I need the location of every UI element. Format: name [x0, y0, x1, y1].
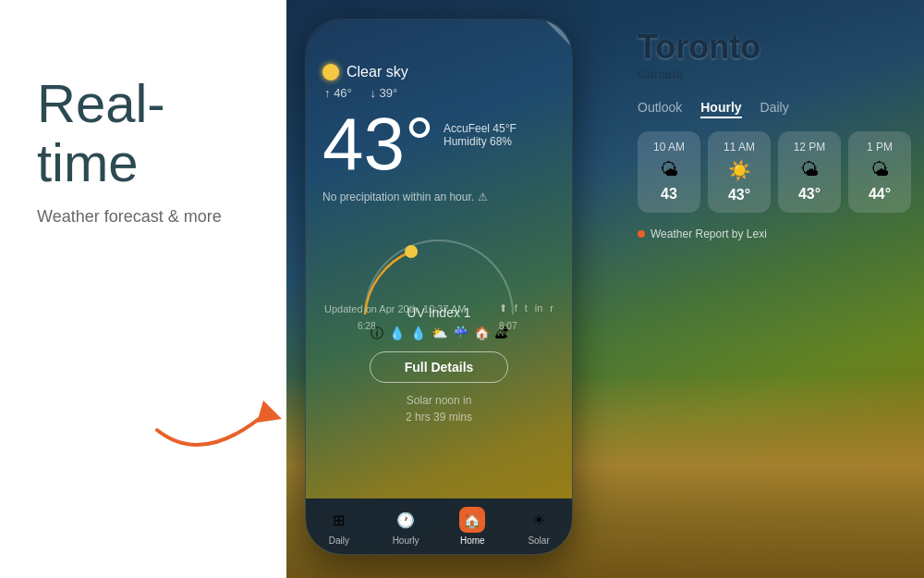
subheadline: Weather forecast & more [37, 207, 259, 227]
social-icons: ⬆ f t in r [499, 302, 553, 314]
sun-arc: 6:28 8:07 [346, 222, 531, 314]
low-temp: ↓ 39° [370, 86, 405, 100]
left-panel: Real-time Weather forecast & more [0, 0, 286, 578]
report-text: Weather Report by Lexi [650, 228, 767, 240]
home-tab-icon: 🏠 [459, 507, 485, 533]
tab-daily-outlook[interactable]: Daily [760, 100, 789, 118]
report-dot [638, 230, 645, 238]
hourly-card-3[interactable]: 1 PM 🌤 44° [848, 131, 911, 213]
sun-arc-svg: 6:28 8:07 [346, 222, 531, 333]
home-tab-label: Home [460, 535, 485, 546]
accufeel: AccuFeel 45°F [444, 122, 517, 135]
high-temp: ↑ 46° [324, 86, 359, 100]
tab-home[interactable]: 🏠 Home [459, 507, 485, 546]
phone-content: Clear sky ↑ 46° ↓ 39° 43° AccuFeel 45°F … [306, 19, 572, 370]
arrow-container [148, 356, 296, 467]
hourly-tab-icon: 🕐 [393, 507, 419, 533]
temp-container: 43° AccuFeel 45°F Humidity 68% [322, 104, 555, 183]
svg-marker-0 [257, 400, 282, 423]
linkedin-icon[interactable]: in [535, 302, 543, 314]
tab-solar[interactable]: ☀ Solar [526, 507, 552, 546]
city-name: Toronto [638, 28, 906, 67]
solar-noon: Solar noon in 2 hrs 39 mins [322, 392, 555, 425]
country-name: Canada [638, 67, 906, 81]
daily-tab-label: Daily [329, 535, 349, 546]
updated-row: Updated on Apr 20th, 10:37 AM ⬆ f t in r [324, 302, 553, 314]
hourly-cards: 10 AM 🌤 43 11 AM ☀️ 43° 12 PM 🌤 43° 1 PM… [638, 131, 906, 213]
tab-bar: ⊞ Daily 🕐 Hourly 🏠 Home ☀ Solar [306, 498, 572, 554]
temp-range: ↑ 46° ↓ 39° [322, 86, 555, 100]
hourly-icon-0: 🌤 [649, 159, 689, 180]
hourly-icon-3: 🌤 [859, 159, 900, 180]
condition-text: Clear sky [346, 64, 408, 80]
tab-hourly-outlook[interactable]: Hourly [700, 100, 741, 118]
sun-icon [322, 64, 339, 80]
hourly-icon-1: ☀️ [719, 159, 760, 181]
feels-humidity: AccuFeel 45°F Humidity 68% [444, 122, 517, 148]
uv-section: 6:28 8:07 UV Index 1 ⓘ 💧 💧 ⛅ ☔ 🏠 🏕 [322, 222, 555, 370]
full-details-button[interactable]: Full Details [370, 351, 508, 383]
hourly-time-2: 12 PM [789, 141, 830, 154]
hourly-card-1[interactable]: 11 AM ☀️ 43° [708, 131, 771, 213]
facebook-icon[interactable]: f [515, 302, 517, 314]
no-precip: No precipitation within an hour. ⚠ [322, 191, 555, 203]
headline: Real-time [37, 74, 259, 192]
hourly-temp-3: 44° [859, 186, 900, 203]
hourly-card-2[interactable]: 12 PM 🌤 43° [778, 131, 841, 213]
weather-report: Weather Report by Lexi [638, 228, 906, 240]
svg-text:8:07: 8:07 [499, 321, 517, 331]
toronto-panel: Toronto Canada Outlook Hourly Daily 10 A… [638, 28, 906, 240]
hourly-time-1: 11 AM [719, 141, 760, 154]
hourly-tab-label: Hourly [393, 535, 419, 546]
hourly-temp-2: 43° [789, 186, 830, 203]
outlook-tabs: Outlook Hourly Daily [638, 100, 906, 118]
hourly-time-0: 10 AM [649, 141, 689, 154]
humidity: Humidity 68% [444, 135, 517, 148]
hourly-icon-2: 🌤 [789, 159, 830, 180]
twitter-icon[interactable]: t [525, 302, 528, 314]
hourly-card-0[interactable]: 10 AM 🌤 43 [638, 131, 700, 213]
no-precip-text: No precipitation within an hour. [322, 191, 474, 203]
big-temperature: 43° [322, 107, 434, 181]
solar-tab-label: Solar [528, 535, 549, 546]
solar-tab-icon: ☀ [526, 507, 552, 533]
warning-icon: ⚠ [478, 191, 488, 203]
updated-text: Updated on Apr 20th, 10:37 AM [324, 303, 467, 314]
svg-text:6:28: 6:28 [358, 321, 376, 331]
tab-outlook[interactable]: Outlook [638, 100, 682, 118]
tab-daily[interactable]: ⊞ Daily [326, 507, 352, 546]
share-icon[interactable]: ⬆ [499, 302, 507, 314]
tab-hourly[interactable]: 🕐 Hourly [393, 507, 419, 546]
hourly-temp-0: 43 [649, 186, 689, 203]
hourly-temp-1: 43° [719, 187, 760, 203]
condition-row: Clear sky [322, 64, 555, 80]
reddit-icon[interactable]: r [550, 302, 553, 314]
phone-mockup: Clear sky ↑ 46° ↓ 39° 43° AccuFeel 45°F … [305, 18, 573, 555]
hourly-time-3: 1 PM [859, 141, 900, 154]
svg-point-1 [405, 245, 418, 258]
right-panel: Clear sky ↑ 46° ↓ 39° 43° AccuFeel 45°F … [286, 0, 924, 578]
daily-tab-icon: ⊞ [326, 507, 352, 533]
